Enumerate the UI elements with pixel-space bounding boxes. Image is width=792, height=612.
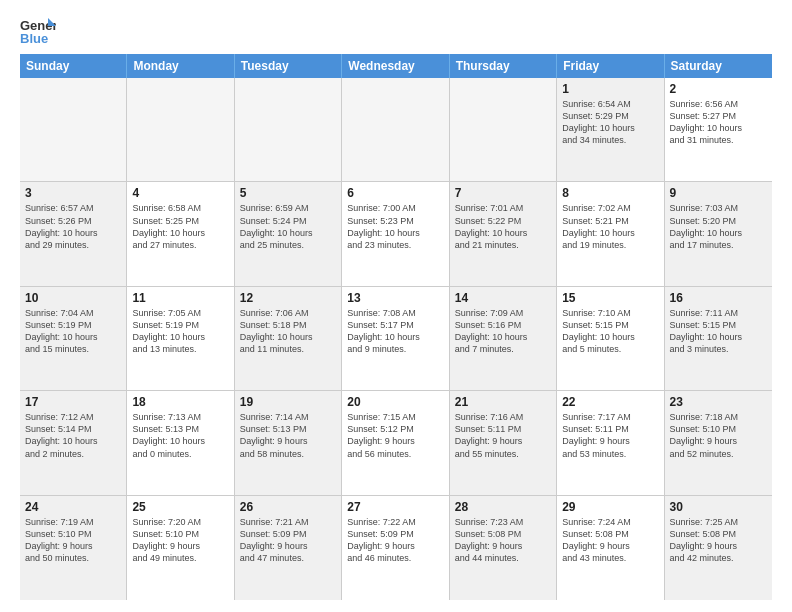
empty-cell	[450, 78, 557, 181]
day-cell-1: 1Sunrise: 6:54 AM Sunset: 5:29 PM Daylig…	[557, 78, 664, 181]
day-info: Sunrise: 7:01 AM Sunset: 5:22 PM Dayligh…	[455, 202, 551, 251]
day-number: 22	[562, 395, 658, 409]
day-cell-8: 8Sunrise: 7:02 AM Sunset: 5:21 PM Daylig…	[557, 182, 664, 285]
day-cell-17: 17Sunrise: 7:12 AM Sunset: 5:14 PM Dayli…	[20, 391, 127, 494]
weekday-header-sunday: Sunday	[20, 54, 127, 78]
calendar: SundayMondayTuesdayWednesdayThursdayFrid…	[20, 54, 772, 600]
day-number: 9	[670, 186, 767, 200]
day-info: Sunrise: 7:08 AM Sunset: 5:17 PM Dayligh…	[347, 307, 443, 356]
weekday-header-thursday: Thursday	[450, 54, 557, 78]
day-info: Sunrise: 7:00 AM Sunset: 5:23 PM Dayligh…	[347, 202, 443, 251]
day-number: 7	[455, 186, 551, 200]
day-cell-3: 3Sunrise: 6:57 AM Sunset: 5:26 PM Daylig…	[20, 182, 127, 285]
day-info: Sunrise: 6:56 AM Sunset: 5:27 PM Dayligh…	[670, 98, 767, 147]
day-info: Sunrise: 7:10 AM Sunset: 5:15 PM Dayligh…	[562, 307, 658, 356]
page: General Blue SundayMondayTuesdayWednesda…	[0, 0, 792, 612]
day-number: 1	[562, 82, 658, 96]
day-info: Sunrise: 7:18 AM Sunset: 5:10 PM Dayligh…	[670, 411, 767, 460]
day-number: 11	[132, 291, 228, 305]
day-info: Sunrise: 7:11 AM Sunset: 5:15 PM Dayligh…	[670, 307, 767, 356]
day-number: 25	[132, 500, 228, 514]
empty-cell	[20, 78, 127, 181]
day-info: Sunrise: 7:25 AM Sunset: 5:08 PM Dayligh…	[670, 516, 767, 565]
day-info: Sunrise: 7:13 AM Sunset: 5:13 PM Dayligh…	[132, 411, 228, 460]
day-cell-2: 2Sunrise: 6:56 AM Sunset: 5:27 PM Daylig…	[665, 78, 772, 181]
day-info: Sunrise: 7:09 AM Sunset: 5:16 PM Dayligh…	[455, 307, 551, 356]
day-info: Sunrise: 7:14 AM Sunset: 5:13 PM Dayligh…	[240, 411, 336, 460]
day-number: 19	[240, 395, 336, 409]
day-number: 21	[455, 395, 551, 409]
day-cell-27: 27Sunrise: 7:22 AM Sunset: 5:09 PM Dayli…	[342, 496, 449, 600]
day-number: 17	[25, 395, 121, 409]
day-cell-26: 26Sunrise: 7:21 AM Sunset: 5:09 PM Dayli…	[235, 496, 342, 600]
day-info: Sunrise: 7:23 AM Sunset: 5:08 PM Dayligh…	[455, 516, 551, 565]
calendar-header: SundayMondayTuesdayWednesdayThursdayFrid…	[20, 54, 772, 78]
day-number: 13	[347, 291, 443, 305]
day-cell-19: 19Sunrise: 7:14 AM Sunset: 5:13 PM Dayli…	[235, 391, 342, 494]
day-cell-4: 4Sunrise: 6:58 AM Sunset: 5:25 PM Daylig…	[127, 182, 234, 285]
day-cell-15: 15Sunrise: 7:10 AM Sunset: 5:15 PM Dayli…	[557, 287, 664, 390]
day-cell-25: 25Sunrise: 7:20 AM Sunset: 5:10 PM Dayli…	[127, 496, 234, 600]
day-info: Sunrise: 7:03 AM Sunset: 5:20 PM Dayligh…	[670, 202, 767, 251]
weekday-header-friday: Friday	[557, 54, 664, 78]
day-cell-14: 14Sunrise: 7:09 AM Sunset: 5:16 PM Dayli…	[450, 287, 557, 390]
day-info: Sunrise: 7:16 AM Sunset: 5:11 PM Dayligh…	[455, 411, 551, 460]
day-cell-24: 24Sunrise: 7:19 AM Sunset: 5:10 PM Dayli…	[20, 496, 127, 600]
day-info: Sunrise: 7:04 AM Sunset: 5:19 PM Dayligh…	[25, 307, 121, 356]
calendar-week-2: 3Sunrise: 6:57 AM Sunset: 5:26 PM Daylig…	[20, 182, 772, 286]
day-info: Sunrise: 7:15 AM Sunset: 5:12 PM Dayligh…	[347, 411, 443, 460]
day-cell-18: 18Sunrise: 7:13 AM Sunset: 5:13 PM Dayli…	[127, 391, 234, 494]
day-number: 27	[347, 500, 443, 514]
logo: General Blue	[20, 16, 60, 46]
day-number: 15	[562, 291, 658, 305]
calendar-week-3: 10Sunrise: 7:04 AM Sunset: 5:19 PM Dayli…	[20, 287, 772, 391]
weekday-header-monday: Monday	[127, 54, 234, 78]
day-info: Sunrise: 7:19 AM Sunset: 5:10 PM Dayligh…	[25, 516, 121, 565]
day-number: 6	[347, 186, 443, 200]
day-cell-11: 11Sunrise: 7:05 AM Sunset: 5:19 PM Dayli…	[127, 287, 234, 390]
day-cell-6: 6Sunrise: 7:00 AM Sunset: 5:23 PM Daylig…	[342, 182, 449, 285]
day-info: Sunrise: 7:05 AM Sunset: 5:19 PM Dayligh…	[132, 307, 228, 356]
day-number: 10	[25, 291, 121, 305]
day-number: 16	[670, 291, 767, 305]
weekday-header-saturday: Saturday	[665, 54, 772, 78]
empty-cell	[127, 78, 234, 181]
day-info: Sunrise: 7:17 AM Sunset: 5:11 PM Dayligh…	[562, 411, 658, 460]
day-cell-9: 9Sunrise: 7:03 AM Sunset: 5:20 PM Daylig…	[665, 182, 772, 285]
day-cell-13: 13Sunrise: 7:08 AM Sunset: 5:17 PM Dayli…	[342, 287, 449, 390]
day-number: 4	[132, 186, 228, 200]
empty-cell	[342, 78, 449, 181]
day-number: 5	[240, 186, 336, 200]
day-number: 24	[25, 500, 121, 514]
day-cell-7: 7Sunrise: 7:01 AM Sunset: 5:22 PM Daylig…	[450, 182, 557, 285]
day-info: Sunrise: 7:06 AM Sunset: 5:18 PM Dayligh…	[240, 307, 336, 356]
day-info: Sunrise: 6:54 AM Sunset: 5:29 PM Dayligh…	[562, 98, 658, 147]
day-info: Sunrise: 6:59 AM Sunset: 5:24 PM Dayligh…	[240, 202, 336, 251]
day-cell-28: 28Sunrise: 7:23 AM Sunset: 5:08 PM Dayli…	[450, 496, 557, 600]
day-info: Sunrise: 6:58 AM Sunset: 5:25 PM Dayligh…	[132, 202, 228, 251]
day-cell-29: 29Sunrise: 7:24 AM Sunset: 5:08 PM Dayli…	[557, 496, 664, 600]
day-cell-5: 5Sunrise: 6:59 AM Sunset: 5:24 PM Daylig…	[235, 182, 342, 285]
day-number: 2	[670, 82, 767, 96]
day-number: 20	[347, 395, 443, 409]
calendar-week-1: 1Sunrise: 6:54 AM Sunset: 5:29 PM Daylig…	[20, 78, 772, 182]
day-info: Sunrise: 7:20 AM Sunset: 5:10 PM Dayligh…	[132, 516, 228, 565]
day-number: 18	[132, 395, 228, 409]
day-number: 30	[670, 500, 767, 514]
day-cell-21: 21Sunrise: 7:16 AM Sunset: 5:11 PM Dayli…	[450, 391, 557, 494]
day-number: 3	[25, 186, 121, 200]
day-info: Sunrise: 7:22 AM Sunset: 5:09 PM Dayligh…	[347, 516, 443, 565]
day-number: 26	[240, 500, 336, 514]
weekday-header-tuesday: Tuesday	[235, 54, 342, 78]
day-number: 28	[455, 500, 551, 514]
day-cell-30: 30Sunrise: 7:25 AM Sunset: 5:08 PM Dayli…	[665, 496, 772, 600]
logo-icon: General Blue	[20, 16, 56, 46]
svg-text:Blue: Blue	[20, 31, 48, 46]
day-info: Sunrise: 7:21 AM Sunset: 5:09 PM Dayligh…	[240, 516, 336, 565]
weekday-header-wednesday: Wednesday	[342, 54, 449, 78]
day-cell-10: 10Sunrise: 7:04 AM Sunset: 5:19 PM Dayli…	[20, 287, 127, 390]
day-cell-23: 23Sunrise: 7:18 AM Sunset: 5:10 PM Dayli…	[665, 391, 772, 494]
day-cell-16: 16Sunrise: 7:11 AM Sunset: 5:15 PM Dayli…	[665, 287, 772, 390]
calendar-body: 1Sunrise: 6:54 AM Sunset: 5:29 PM Daylig…	[20, 78, 772, 600]
day-cell-20: 20Sunrise: 7:15 AM Sunset: 5:12 PM Dayli…	[342, 391, 449, 494]
